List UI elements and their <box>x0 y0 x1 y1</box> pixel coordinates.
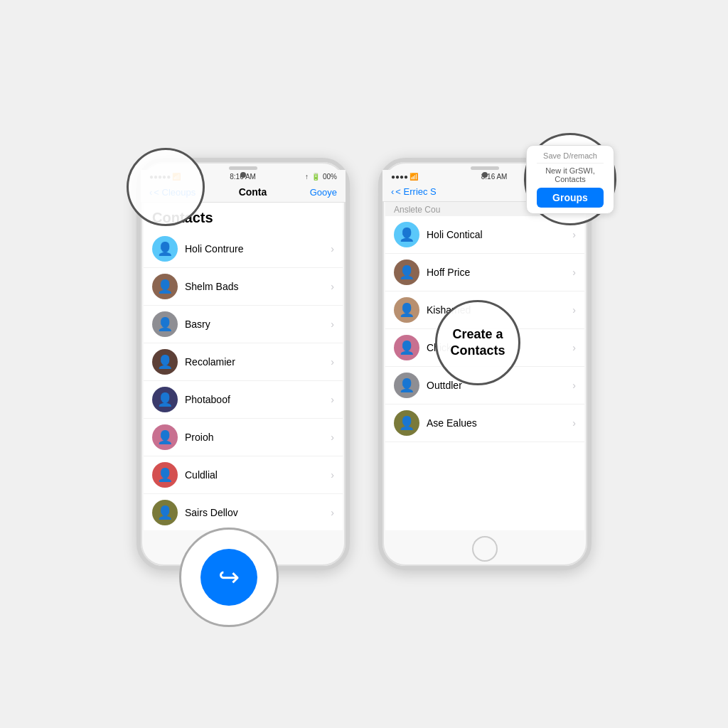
left-phone-content: Contacts 👤 Holi Contrure › 👤 Shelm Bads … <box>144 203 343 530</box>
chevron-right-icon: › <box>331 469 334 481</box>
right-list-item[interactable]: 👤 Hoff Price › <box>385 254 584 291</box>
popup-title: Save D/remach <box>537 151 604 164</box>
chevron-right-icon: › <box>331 281 334 292</box>
scene: ●●●●● 📶 8:16 AM ↑ 🔋 00% ‹ < Cleoups Cont… <box>0 0 728 728</box>
right-status-signal: ●●●● 📶 <box>391 173 418 181</box>
left-list-item[interactable]: 👤 Basry › <box>144 306 343 343</box>
create-contacts-circle: Create a Contacts <box>435 300 520 385</box>
contact-avatar: 👤 <box>394 222 419 247</box>
contact-avatar: 👤 <box>394 410 419 436</box>
right-back-btn[interactable]: ‹ < Erriec S <box>391 186 437 197</box>
chevron-right-icon: › <box>572 304 576 316</box>
chevron-right-icon: › <box>331 394 334 405</box>
chevron-right-icon: › <box>331 507 334 518</box>
right-home-button[interactable] <box>472 536 498 562</box>
chevron-right-icon: › <box>572 267 576 278</box>
left-list-item[interactable]: 👤 Photaboof › <box>144 381 343 419</box>
left-list-item[interactable]: 👤 Recolamier › <box>144 343 343 381</box>
chevron-right-icon: › <box>572 417 576 429</box>
right-phone-camera <box>482 172 488 178</box>
contact-name: Holi Contrure <box>185 243 323 255</box>
location-icon: ↑ <box>305 173 309 181</box>
right-phone-wrapper: Save D/remach New it GrSWI, Contacts Gro… <box>378 158 592 570</box>
left-contact-list: 👤 Holi Contrure › 👤 Shelm Bads › 👤 Basry… <box>144 230 343 530</box>
left-list-item[interactable]: 👤 Holi Contrure › <box>144 230 343 268</box>
contact-name: Hoff Price <box>427 267 565 278</box>
bottom-export-circle: ↪ <box>179 528 279 627</box>
chevron-right-icon: › <box>331 356 334 368</box>
popup-subtitle: New it GrSWI, Contacts <box>537 166 604 183</box>
left-nav-title: Conta <box>239 186 267 198</box>
contact-name: Holi Contical <box>427 229 565 240</box>
contact-avatar: 👤 <box>152 349 178 375</box>
left-list-item[interactable]: 👤 Proioh › <box>144 419 343 456</box>
top-left-circle-annotation <box>127 148 205 226</box>
top-right-circle-annotation: Save D/remach New it GrSWI, Contacts Gro… <box>524 133 616 225</box>
contact-name: Ase Ealues <box>427 417 565 429</box>
contact-avatar: 👤 <box>152 462 178 488</box>
contact-avatar: 👤 <box>152 236 178 262</box>
left-list-item[interactable]: 👤 Shelm Bads › <box>144 268 343 306</box>
contact-avatar: 👤 <box>394 297 419 323</box>
right-wifi-icon: 📶 <box>410 173 418 181</box>
contact-name: Photaboof <box>185 394 323 405</box>
contact-name: Outtdler <box>427 380 565 391</box>
right-back-label: < Erriec S <box>395 186 436 197</box>
contact-avatar: 👤 <box>152 500 178 525</box>
contact-avatar: 👤 <box>394 335 419 360</box>
contact-avatar: 👤 <box>394 259 419 285</box>
left-nav-action[interactable]: Gooye <box>310 187 337 198</box>
contact-avatar: 👤 <box>152 387 178 412</box>
contact-name: Sairs Dellov <box>185 507 323 518</box>
chevron-right-icon: › <box>331 243 334 255</box>
right-signal-dots: ●●●● <box>391 173 408 181</box>
left-list-item[interactable]: 👤 Culdlial › <box>144 456 343 494</box>
contact-name: Culdlial <box>185 469 323 481</box>
contact-avatar: 👤 <box>152 424 178 450</box>
right-list-item[interactable]: 👤 Ase Ealues › <box>385 405 584 442</box>
status-right: ↑ 🔋 00% <box>305 173 337 181</box>
left-phone: ●●●●● 📶 8:16 AM ↑ 🔋 00% ‹ < Cleoups Cont… <box>136 158 350 570</box>
contact-name: Recolamier <box>185 356 323 368</box>
right-back-chevron: ‹ <box>391 186 394 197</box>
battery-icon: 🔋 <box>311 173 320 181</box>
contact-name: Proioh <box>185 432 323 443</box>
contact-name: Basry <box>185 318 323 330</box>
left-phone-wrapper: ●●●●● 📶 8:16 AM ↑ 🔋 00% ‹ < Cleoups Cont… <box>136 158 350 570</box>
create-contacts-text: Create a Contacts <box>450 326 505 360</box>
chevron-right-icon: › <box>331 318 334 330</box>
contact-name: Shelm Bads <box>185 281 323 292</box>
popup-bubble: Save D/remach New it GrSWI, Contacts Gro… <box>526 145 614 214</box>
contact-avatar: 👤 <box>394 373 419 398</box>
chevron-right-icon: › <box>572 380 576 391</box>
contact-avatar: 👤 <box>152 311 178 337</box>
left-list-item[interactable]: 👤 Sairs Dellov › <box>144 494 343 530</box>
chevron-right-icon: › <box>572 229 576 240</box>
groups-button[interactable]: Groups <box>537 188 604 208</box>
chevron-right-icon: › <box>331 432 334 443</box>
export-arrow-icon: ↪ <box>200 549 257 606</box>
phone-camera <box>240 172 246 178</box>
battery-pct: 00% <box>323 173 337 181</box>
contact-avatar: 👤 <box>152 274 178 299</box>
chevron-right-icon: › <box>572 342 576 353</box>
